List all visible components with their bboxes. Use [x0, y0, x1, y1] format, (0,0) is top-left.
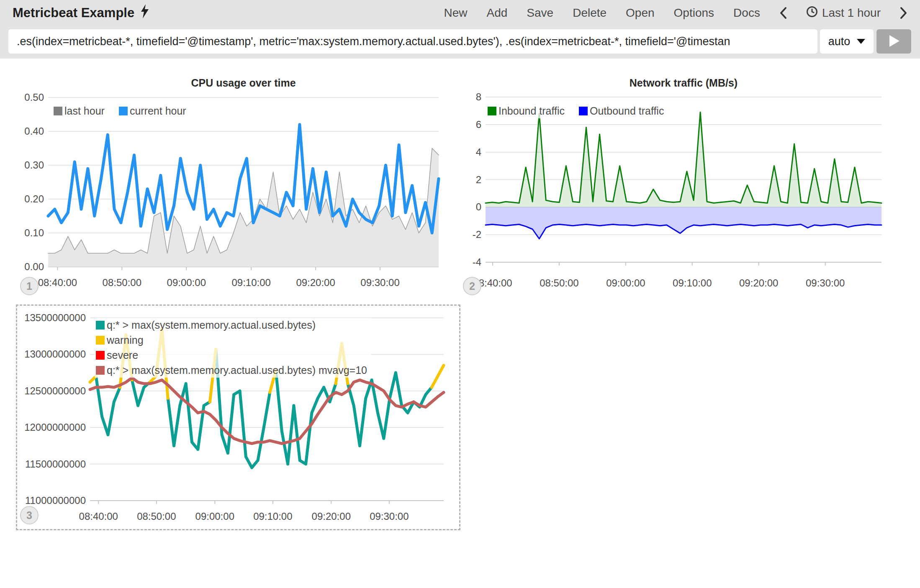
y-axis-label: 0 [412, 201, 481, 213]
y-axis-label: 4 [412, 146, 481, 158]
x-axis-label: 08:50:00 [526, 277, 593, 289]
legend-item: Inbound traffic [488, 105, 565, 117]
x-axis-label: 09:00:00 [592, 277, 659, 289]
legend-item: q:* > max(system.memory.actual.used.byte… [96, 364, 367, 376]
clock-icon [806, 6, 818, 20]
cpu-chart[interactable] [48, 97, 439, 267]
legend-item: current hour [119, 105, 186, 117]
legend-label: warning [107, 334, 144, 346]
y-axis-label: 2 [412, 174, 481, 186]
legend-label: current hour [130, 105, 186, 117]
y-axis-label: 0.10 [0, 227, 44, 239]
legend-swatch [119, 107, 128, 115]
time-picker[interactable]: Last 1 hour [806, 6, 881, 20]
cpu-chart-title: CPU usage over time [48, 77, 439, 89]
y-axis-label: 0.50 [0, 92, 44, 103]
network-chart-title: Network traffic (MB/s) [486, 77, 881, 89]
navbar-menu: New Add Save Delete Open Options Docs La… [444, 6, 907, 20]
chevron-right-icon[interactable] [900, 7, 907, 19]
legend-item: last hour [54, 105, 105, 117]
time-range-label: Last 1 hour [822, 6, 881, 20]
y-axis-label: -2 [412, 229, 481, 240]
cpu-chart-legend: last hour current hour [52, 104, 190, 118]
legend-swatch [96, 321, 105, 330]
menu-item-options[interactable]: Options [674, 6, 714, 20]
legend-label: q:* > max(system.memory.actual.used.byte… [107, 364, 367, 376]
y-axis-label: 0.00 [0, 261, 44, 273]
x-axis-label: 09:10:00 [659, 277, 726, 289]
y-axis-label: 8 [412, 91, 481, 103]
chevron-down-icon [857, 39, 865, 44]
top-navbar: Metricbeat Example New Add Save Delete O… [0, 0, 920, 26]
legend-label: last hour [64, 105, 105, 117]
x-axis-label: 09:30:00 [347, 277, 414, 289]
y-axis-label: -4 [412, 256, 481, 268]
x-axis-label: 09:20:00 [282, 277, 349, 289]
lightning-bolt-icon [140, 4, 149, 22]
menu-item-delete[interactable]: Delete [573, 6, 606, 20]
y-axis-label: 0.20 [0, 193, 44, 205]
menu-item-open[interactable]: Open [626, 6, 655, 20]
memory-chart-legend: q:* > max(system.memory.actual.used.byte… [95, 318, 371, 378]
legend-item: severe [96, 349, 138, 361]
legend-item: warning [96, 334, 144, 346]
legend-item: q:* > max(system.memory.actual.used.byte… [96, 319, 316, 331]
play-icon [888, 34, 900, 49]
legend-swatch [96, 366, 105, 375]
x-axis-label: 09:20:00 [725, 277, 792, 289]
query-bar: auto [0, 29, 920, 54]
x-axis-label: 09:10:00 [218, 277, 285, 289]
legend-swatch [579, 107, 588, 115]
y-axis-label: 0.40 [0, 125, 44, 137]
menu-item-docs[interactable]: Docs [733, 6, 760, 20]
y-axis-label: 6 [412, 119, 481, 130]
interval-select[interactable]: auto [820, 29, 874, 54]
x-axis-label: 09:00:00 [153, 277, 220, 289]
legend-label: severe [107, 349, 138, 361]
chevron-left-icon[interactable] [779, 7, 787, 19]
network-chart-legend: Inbound traffic Outbound traffic [486, 104, 668, 118]
legend-swatch [96, 336, 105, 345]
legend-swatch [488, 107, 496, 115]
panel-number-badge: 3 [20, 506, 39, 524]
page-title: Metricbeat Example [13, 5, 134, 20]
x-axis-label: 09:30:00 [792, 277, 859, 289]
interval-value: auto [828, 35, 851, 48]
x-axis-label: 08:50:00 [88, 277, 155, 289]
timelion-app: Metricbeat Example New Add Save Delete O… [0, 0, 920, 588]
y-axis-label: 0.30 [0, 159, 44, 171]
network-chart[interactable] [486, 97, 881, 262]
legend-label: q:* > max(system.memory.actual.used.byte… [107, 319, 316, 331]
legend-swatch [96, 351, 105, 360]
legend-label: Inbound traffic [499, 105, 565, 117]
app-title: Metricbeat Example [13, 4, 149, 22]
panel-number-badge: 1 [20, 277, 39, 295]
run-button[interactable] [876, 29, 911, 54]
menu-item-save[interactable]: Save [527, 6, 553, 20]
menu-item-new[interactable]: New [444, 6, 467, 20]
legend-item: Outbound traffic [579, 105, 664, 117]
query-input[interactable] [8, 29, 817, 54]
legend-swatch [54, 107, 62, 115]
menu-item-add[interactable]: Add [487, 6, 508, 20]
legend-label: Outbound traffic [590, 105, 664, 117]
panel-number-badge: 2 [463, 277, 481, 295]
